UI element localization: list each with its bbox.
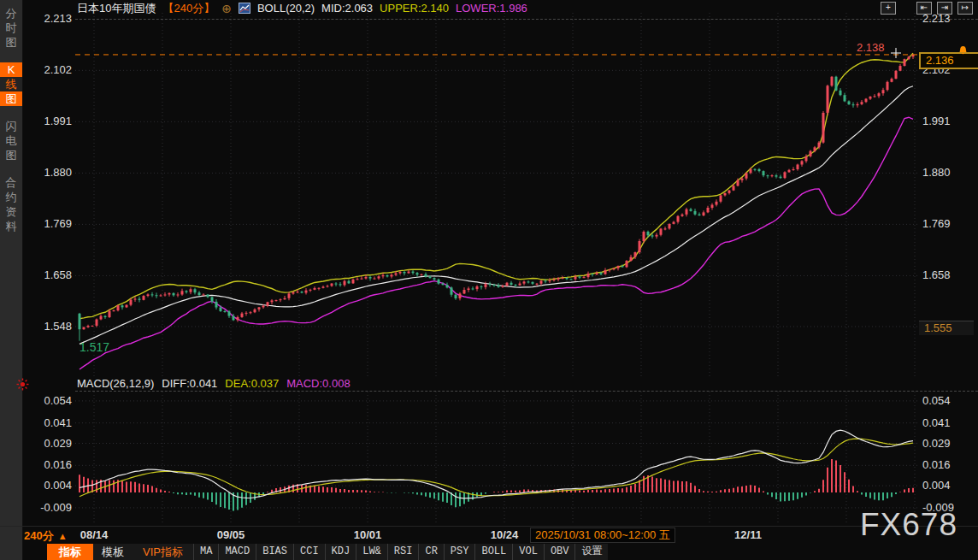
- macd-dea-line: [80, 439, 913, 497]
- alarm-bell-icon[interactable]: [957, 44, 969, 59]
- price-axis-label-left: -0.009: [26, 501, 72, 514]
- sidebar-item-char: 时: [0, 21, 22, 35]
- sidebar-item-char: 图: [0, 35, 22, 50]
- sidebar-item-char: 电: [0, 133, 22, 148]
- x-axis-date: 12/11: [734, 528, 762, 541]
- reference-price-tag: 1.555: [919, 321, 974, 335]
- footer-tab-指标[interactable]: 指标: [47, 544, 93, 560]
- indicator-tab-bar: 指标模板VIP指标MAMACDBIASCCIKDJLW&RSICRPSYBOLL…: [47, 544, 608, 560]
- expand-axis-icon[interactable]: ⇥: [937, 2, 952, 15]
- x-axis-date: 10/01: [354, 528, 382, 541]
- sidebar-item-char: 图: [0, 91, 22, 106]
- chart-style-icon[interactable]: [239, 3, 250, 14]
- footer-tab-BOLL[interactable]: BOLL: [474, 544, 512, 560]
- sidebar-item-char: 线: [0, 77, 22, 91]
- footer-tab-模板[interactable]: 模板: [93, 544, 133, 560]
- sidebar-item-char: 图: [0, 148, 22, 162]
- boll-lower-value: LOWER:1.986: [456, 2, 527, 15]
- period-label: 【240分】: [162, 1, 215, 16]
- boll-lower-line: [80, 117, 913, 369]
- sidebar-item-char: 合: [0, 175, 22, 190]
- price-axis-label-right: 1.658: [922, 268, 974, 281]
- price-axis-label-right: 0.016: [922, 458, 974, 471]
- price-axis-label-left: 1.880: [26, 166, 72, 179]
- sidebar-item-char: K: [0, 62, 22, 77]
- price-axis-label-left: 0.054: [26, 394, 72, 407]
- crosshair-marker: [891, 48, 901, 58]
- footer-tab-RSI[interactable]: RSI: [387, 544, 419, 560]
- footer-tab-LW&[interactable]: LW&: [356, 544, 387, 560]
- shift-right-icon[interactable]: ↦: [957, 2, 973, 15]
- chart-type-sidebar: 分时图K线图闪电图合约资料: [0, 0, 23, 560]
- price-axis-label-left: 1.658: [26, 268, 72, 281]
- brand-watermark: FX678: [860, 507, 957, 543]
- footer-tab-CR[interactable]: CR: [418, 544, 443, 560]
- macd-chart-canvas[interactable]: [75, 392, 919, 525]
- price-axis-label-right: 0.029: [922, 437, 974, 450]
- sidebar-item-char: 分: [0, 6, 22, 21]
- alert-icon[interactable]: [16, 378, 29, 394]
- period-chip-label: 240分: [24, 529, 54, 542]
- price-axis-label-left: 2.213: [26, 12, 72, 25]
- main-chart-canvas[interactable]: [75, 13, 919, 376]
- boll-mid-value: MID:2.063: [321, 2, 373, 15]
- x-axis-date: 10/24: [491, 528, 519, 541]
- price-axis-label-right: 0.004: [922, 479, 974, 492]
- move-icon[interactable]: +: [881, 2, 896, 15]
- price-axis-label-right: 1.769: [922, 217, 974, 230]
- sidebar-item-time-chart[interactable]: 分时图: [0, 6, 22, 50]
- price-axis-label-right: 1.880: [922, 166, 974, 179]
- price-axis-label-left: 2.102: [26, 63, 72, 76]
- macd-diff-line: [80, 430, 913, 498]
- footer-tab-OBV[interactable]: OBV: [544, 544, 575, 560]
- circle-plus-icon[interactable]: ⊕: [221, 3, 232, 15]
- sidebar-item-kline-chart[interactable]: K线图: [0, 62, 22, 106]
- price-axis-label-left: 0.029: [26, 437, 72, 450]
- period-chip[interactable]: 240分▲: [24, 528, 68, 544]
- sidebar-item-char: 料: [0, 219, 22, 233]
- session-high-label: 2.138: [857, 41, 885, 54]
- price-axis-label-left: 1.548: [26, 320, 72, 333]
- macd-macd-value: MACD:0.008: [286, 377, 350, 390]
- price-axis-label-right: 0.041: [922, 416, 974, 429]
- macd-params-label: MACD(26,12,9): [77, 377, 154, 390]
- sidebar-item-contract-info[interactable]: 合约资料: [0, 175, 22, 233]
- macd-dea-value: DEA:0.037: [225, 377, 279, 390]
- selected-candle-timestamp: 2025/10/31 08:00~12:00 五: [530, 528, 675, 543]
- price-axis-label-left: 0.041: [26, 416, 72, 429]
- footer-tab-PSY[interactable]: PSY: [444, 544, 475, 560]
- footer-tab-VOL[interactable]: VOL: [512, 544, 544, 560]
- price-axis-label-left: 1.769: [26, 217, 72, 230]
- chart-application: 分时图K线图闪电图合约资料 日本10年期国债 【240分】 ⊕ BOLL(20,…: [0, 0, 978, 560]
- sidebar-item-flash-chart[interactable]: 闪电图: [0, 119, 22, 162]
- boll-upper-value: UPPER:2.140: [380, 2, 449, 15]
- boll-upper-line: [80, 53, 913, 319]
- sidebar-item-char: 约: [0, 190, 22, 204]
- macd-diff-value: DIFF:0.041: [162, 377, 217, 390]
- compress-axis-icon[interactable]: ⇤: [916, 2, 932, 15]
- footer-tab-MA[interactable]: MA: [193, 544, 218, 560]
- footer-tab-CCI[interactable]: CCI: [293, 544, 325, 560]
- macd-header: MACD(26,12,9) DIFF:0.041 DEA:0.037 MACD:…: [77, 377, 351, 390]
- price-axis-label-right: 1.991: [922, 115, 974, 127]
- price-axis-label-left: 1.991: [26, 115, 72, 127]
- boll-mid-line: [80, 86, 913, 345]
- footer-tab-KDJ[interactable]: KDJ: [325, 544, 356, 560]
- session-low-label: 1.517: [80, 340, 109, 354]
- triangle-up-icon: ▲: [58, 531, 68, 541]
- footer-tab-BIAS[interactable]: BIAS: [256, 544, 293, 560]
- footer-tab-MACD[interactable]: MACD: [218, 544, 256, 560]
- footer-tab-VIP指标[interactable]: VIP指标: [133, 544, 193, 560]
- footer-tab-设置[interactable]: 设置: [574, 544, 608, 560]
- chart-header: 日本10年期国债 【240分】 ⊕ BOLL(20,2) MID:2.063 U…: [77, 1, 527, 15]
- x-axis-date: 09/05: [217, 528, 245, 541]
- x-axis-date: 08/14: [80, 528, 109, 541]
- price-axis-label-left: 0.016: [26, 458, 72, 471]
- price-axis-label-right: 0.054: [922, 394, 974, 407]
- sidebar-item-char: 闪: [0, 119, 22, 133]
- boll-params-label: BOLL(20,2): [257, 2, 315, 15]
- price-axis-label-left: 0.004: [26, 479, 72, 492]
- main-grid: [75, 13, 919, 376]
- sidebar-item-char: 资: [0, 204, 22, 219]
- x-axis-row: 240分▲ 08/1409/0510/0110/2412/11 2025/10/…: [0, 526, 978, 544]
